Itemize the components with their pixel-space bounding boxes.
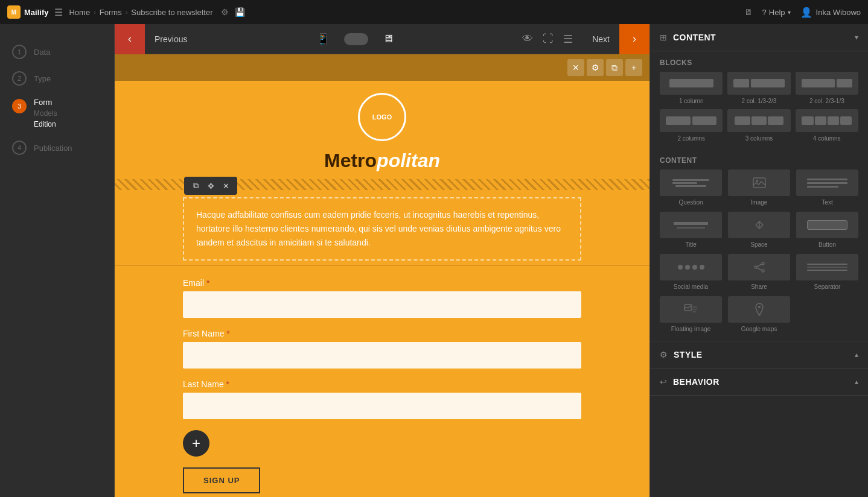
content-items-grid: Question Image [650, 169, 868, 341]
block-3col[interactable]: 3 columns [727, 109, 790, 142]
block-2col-a[interactable]: 2 col. 1/3-2/3 [727, 72, 790, 104]
editor-topbar: ‹ Previous 📱 🖥 👁 ⛶ ☰ Next › [115, 24, 649, 54]
blocks-label: Blocks [650, 51, 868, 72]
content-social[interactable]: Social media [660, 254, 722, 290]
layout-icon[interactable]: ☰ [563, 33, 573, 46]
panel-content-header[interactable]: ⊞ CONTENT ▾ [650, 24, 868, 51]
email-label: Email * [183, 278, 581, 288]
left-sidebar: 1 Data 2 Type 3 Form Models Edition 4 Pu… [0, 24, 115, 497]
image-icon-box [728, 169, 790, 196]
firstname-input[interactable] [183, 342, 581, 369]
content-image[interactable]: Image [728, 169, 790, 206]
block-4col-label: 4 columns [813, 135, 841, 142]
step-3[interactable]: 3 Form Models Edition [0, 92, 114, 135]
content-label: Content [650, 150, 868, 169]
canvas-copy-icon[interactable]: ⧉ [606, 59, 623, 76]
canvas-title-italic: politan [377, 150, 440, 171]
social-label: Social media [674, 283, 708, 290]
lastname-input[interactable] [183, 393, 581, 419]
style-header[interactable]: ⚙ STYLE ▴ [650, 341, 868, 369]
block-1col[interactable]: 1 column [660, 72, 723, 104]
canvas-add-icon[interactable]: + [625, 59, 642, 76]
hamburger-icon[interactable]: ☰ [54, 7, 63, 18]
canvas-scroll: ✕ ⚙ ⧉ + LOGO Metropolitan [115, 54, 649, 497]
floating-image-icon-box [660, 296, 722, 323]
content-google-maps[interactable]: Google maps [728, 296, 790, 332]
share-icon [753, 261, 765, 273]
block-2col-b[interactable]: 2 col. 2/3-1/3 [796, 72, 858, 104]
content-separator[interactable]: Separator [796, 254, 858, 290]
behavior-title: BEHAVIOR [673, 377, 849, 387]
step-3-label: Form [34, 98, 57, 107]
svg-point-3 [755, 266, 757, 268]
block-2col-a-label: 2 col. 1/3-2/3 [742, 98, 777, 104]
content-share[interactable]: Share [728, 254, 790, 290]
canvas-bg: ✕ ⚙ ⧉ + LOGO Metropolitan [115, 54, 649, 497]
firstname-label: First Name * [183, 329, 581, 338]
content-button[interactable]: Button [796, 212, 858, 248]
block-2col-eq[interactable]: 2 columns [660, 109, 723, 142]
email-input[interactable] [183, 291, 581, 318]
canvas-form: Email * First Name * Last Name * + [183, 271, 581, 497]
nav-crumb-home[interactable]: Home [69, 8, 90, 17]
tb-delete-icon[interactable]: ✕ [219, 179, 232, 192]
step-2-label: Type [34, 74, 51, 83]
behavior-header[interactable]: ↩ BEHAVIOR ▴ [650, 369, 868, 396]
next-arrow-icon: › [633, 33, 636, 45]
step-3-content: Form Models Edition [34, 98, 57, 128]
content-floating-image[interactable]: Floating image [660, 296, 722, 332]
behavior-chevron-icon: ▴ [855, 378, 858, 386]
step-1[interactable]: 1 Data [0, 39, 114, 65]
help-icon: ? [762, 8, 767, 17]
preview-icon[interactable]: 👁 [522, 33, 533, 45]
canvas-body-text: Hacque adfabilitate confisus cum eadem p… [196, 208, 568, 250]
behavior-section: ↩ BEHAVIOR ▴ [650, 369, 868, 396]
step-2[interactable]: 2 Type [0, 65, 114, 92]
button-icon-box [796, 212, 858, 238]
canvas-close-icon[interactable]: ✕ [567, 59, 584, 76]
block-2col-eq-preview [660, 109, 723, 132]
user-menu[interactable]: 👤 Inka Wibowo [800, 7, 861, 18]
prev-btn[interactable]: ‹ [115, 24, 145, 54]
block-3col-label: 3 columns [745, 135, 773, 142]
text-block-toolbar: ⧉ ✥ ✕ [184, 177, 237, 195]
form-field-firstname: First Name * [183, 329, 581, 369]
tb-move-icon[interactable]: ✥ [204, 179, 217, 192]
tb-copy-icon[interactable]: ⧉ [189, 179, 202, 192]
step-4[interactable]: 4 Publication [0, 135, 114, 161]
content-text[interactable]: Text [796, 169, 858, 206]
canvas-text-block[interactable]: ⧉ ✥ ✕ Hacque adfabilitate confisus cum e… [183, 197, 581, 261]
step-2-circle: 2 [12, 71, 27, 86]
style-section: ⚙ STYLE ▴ [650, 341, 868, 369]
content-question[interactable]: Question [660, 169, 722, 206]
monitor-icon: 🖥 [744, 7, 753, 17]
next-btn[interactable]: › [619, 24, 649, 54]
block-1col-preview [660, 72, 723, 95]
view-toggle[interactable] [344, 33, 368, 45]
canvas-logo: LOGO [358, 93, 406, 141]
nav-arrow-2: › [126, 8, 128, 16]
canvas-title-normal: Metro [324, 150, 377, 171]
content-space[interactable]: Space [728, 212, 790, 248]
desktop-view-icon[interactable]: 🖥 [383, 33, 394, 45]
nav-save-icon[interactable]: 💾 [235, 7, 245, 17]
nav-settings-icon[interactable]: ⚙ [221, 7, 229, 17]
content-title[interactable]: Title [660, 212, 722, 248]
block-2col-eq-label: 2 columns [677, 135, 705, 142]
step-3-edition[interactable]: Edition [34, 120, 57, 128]
separator-icon-box [796, 254, 858, 280]
mobile-view-icon[interactable]: 📱 [316, 33, 330, 46]
step-3-models[interactable]: Models [34, 109, 57, 118]
add-field-btn[interactable]: + [183, 430, 209, 457]
block-4col[interactable]: 4 columns [796, 109, 858, 142]
fullscreen-icon[interactable]: ⛶ [543, 33, 554, 45]
step-1-label: Data [34, 48, 50, 57]
canvas-settings-icon[interactable]: ⚙ [587, 59, 604, 76]
help-btn[interactable]: ? Help ▾ [762, 8, 791, 17]
floating-image-icon [684, 304, 698, 315]
right-panel: ⊞ CONTENT ▾ Blocks 1 column 2 col. 1/3-2… [649, 24, 868, 497]
signup-button[interactable]: SIGN UP [183, 467, 260, 493]
nav-crumb-page[interactable]: Subscribe to newsletter [131, 8, 212, 17]
nav-crumb-forms[interactable]: Forms [100, 8, 122, 17]
question-label: Question [678, 199, 703, 206]
